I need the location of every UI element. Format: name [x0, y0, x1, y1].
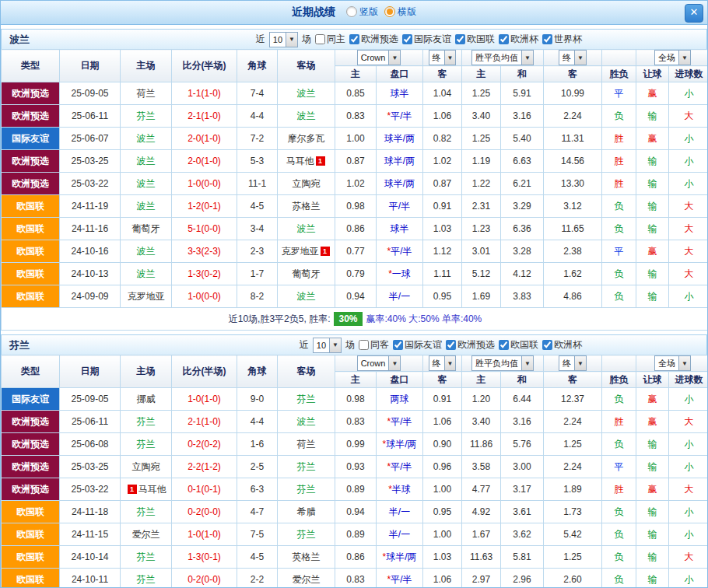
- home-odds: 0.89: [335, 523, 377, 546]
- summary-stats: 赢率:40% 大:50% 单率:40%: [366, 313, 482, 324]
- competition-checkbox-2[interactable]: 欧国联: [455, 33, 495, 46]
- same-venue-checkbox[interactable]: 同主: [315, 33, 345, 46]
- chevron-down-icon: ▼: [286, 33, 297, 47]
- competition-checkbox-2-input[interactable]: [455, 34, 465, 44]
- result: 负: [602, 546, 636, 569]
- competition-type: 欧洲预选: [2, 411, 60, 433]
- bookmaker-select[interactable]: Crown▼: [357, 355, 401, 371]
- recent-label: 近: [300, 338, 309, 352]
- odds-stage-select-cell: 终▼: [423, 50, 462, 66]
- odds-stage-select[interactable]: 终▼: [429, 50, 457, 65]
- match-row: 欧国联24-10-16波兰3-3(2-3)2-3克罗地亚10.77*平/半1.1…: [2, 240, 708, 263]
- radio-horizontal-layout[interactable]: 横版: [384, 5, 416, 19]
- competition-checkbox-4[interactable]: 世界杯: [542, 33, 582, 46]
- result: 负: [602, 569, 636, 588]
- match-date: 25-03-22: [60, 173, 121, 195]
- goals-result: 大: [669, 478, 708, 501]
- games-label: 场: [302, 33, 311, 46]
- match-date: 24-11-16: [60, 218, 121, 240]
- competition-checkbox-3-input[interactable]: [542, 340, 552, 350]
- competition-type: 欧国联: [2, 285, 60, 308]
- handicap: 球半: [377, 218, 423, 240]
- radio-vertical-layout[interactable]: 竖版: [346, 5, 378, 19]
- avg-type-select[interactable]: 胜平负均值▼: [471, 50, 534, 65]
- close-button[interactable]: ✕: [685, 4, 703, 23]
- handicap-result: 输: [636, 218, 669, 240]
- team-header: 波兰近10▼场同主欧洲预选国际友谊欧国联欧洲杯世界杯: [1, 29, 707, 49]
- score: 3-3(2-3): [172, 240, 237, 263]
- competition-type: 欧国联: [2, 546, 60, 569]
- recent-count-select[interactable]: 10▼: [269, 32, 298, 47]
- competition-checkbox-1-input[interactable]: [402, 34, 412, 44]
- odds-stage-select[interactable]: 终▼: [429, 355, 457, 371]
- scope-select[interactable]: 全场▼: [654, 50, 691, 65]
- avg-home: 1.69: [462, 285, 501, 308]
- handicap-result: 输: [636, 546, 669, 569]
- avg-stage-select[interactable]: 终▼: [559, 50, 587, 65]
- column-header: 主场: [121, 50, 172, 82]
- column-header: 客: [544, 66, 602, 82]
- scope-select[interactable]: 全场▼: [654, 355, 691, 371]
- avg-away: 10.99: [544, 82, 602, 105]
- result: 胜: [602, 150, 636, 173]
- column-header: 进球数: [669, 372, 708, 388]
- avg-home: 2.97: [462, 569, 501, 588]
- away-team: 芬兰: [278, 478, 335, 501]
- competition-checkbox-2-input[interactable]: [499, 340, 509, 350]
- recent-count-select[interactable]: 10▼: [313, 338, 342, 353]
- competition-checkbox-1[interactable]: 国际友谊: [402, 33, 451, 46]
- same-venue-checkbox-input[interactable]: [359, 340, 369, 350]
- away-odds: 0.87: [423, 173, 462, 195]
- result: 负: [602, 195, 636, 218]
- competition-checkbox-1[interactable]: 欧洲预选: [446, 338, 495, 352]
- competition-checkbox-4-input[interactable]: [542, 34, 552, 44]
- away-team: 芬兰: [278, 523, 335, 546]
- bookmaker-select-cell: Crown▼: [335, 50, 423, 66]
- home-team: 挪威: [121, 388, 172, 411]
- competition-checkbox-3[interactable]: 欧洲杯: [542, 338, 582, 352]
- competition-checkbox-1-input[interactable]: [446, 340, 456, 350]
- corner-score: 4-5: [237, 195, 278, 218]
- avg-home: 2.31: [462, 195, 501, 218]
- competition-checkbox-0[interactable]: 国际友谊: [393, 338, 442, 352]
- handicap-result: 输: [636, 195, 669, 218]
- score: 1-2(0-1): [172, 195, 237, 218]
- handicap: *球半/两: [377, 433, 423, 456]
- results-table: 类型日期主场比分(半场)角球客场Crown▼终▼胜平负均值▼终▼全场▼主盘口客主…: [1, 49, 708, 331]
- match-row: 欧洲预选25-06-11芬兰2-1(1-0)4-4波兰0.83*平/半1.063…: [2, 411, 708, 433]
- column-header: 客场: [278, 355, 335, 388]
- handicap-result: 赢: [636, 388, 669, 411]
- summary-text: 近10场,胜3平2负5, 胜率:: [229, 313, 331, 324]
- competition-checkbox-0-input[interactable]: [393, 340, 403, 350]
- away-odds: 1.12: [423, 240, 462, 263]
- red-card-badge: 1: [321, 247, 330, 256]
- competition-checkbox-3[interactable]: 欧洲杯: [499, 33, 538, 46]
- bookmaker-select[interactable]: Crown▼: [357, 50, 401, 65]
- match-row: 欧国联24-11-16葡萄牙5-1(0-0)3-4波兰0.86球半1.031.2…: [2, 218, 708, 240]
- match-row: 国际友谊25-06-07波兰2-0(1-0)7-2摩尔多瓦1.00球半/两0.8…: [2, 128, 708, 150]
- avg-type-select[interactable]: 胜平负均值▼: [471, 355, 534, 371]
- handicap: *平/半: [377, 569, 423, 588]
- same-venue-checkbox-input[interactable]: [315, 34, 325, 44]
- avg-draw: 3.00: [501, 456, 544, 478]
- competition-checkbox-0[interactable]: 欧洲预选: [349, 33, 398, 46]
- goals-result: 小: [669, 128, 708, 150]
- section-finland: 芬兰近10▼场同客国际友谊欧洲预选欧国联欧洲杯类型日期主场比分(半场)角球客场C…: [1, 334, 707, 588]
- avg-away: 1.62: [544, 263, 602, 285]
- away-odds: 0.95: [423, 285, 462, 308]
- goals-result: 大: [669, 195, 708, 218]
- home-team: 立陶宛: [121, 456, 172, 478]
- handicap: 半/一: [377, 523, 423, 546]
- match-date: 24-10-14: [60, 546, 121, 569]
- competition-checkbox-2[interactable]: 欧国联: [499, 338, 538, 352]
- avg-away: 1.73: [544, 501, 602, 523]
- chevron-down-icon: ▼: [574, 356, 586, 370]
- avg-draw: 3.62: [501, 523, 544, 546]
- avg-draw: 3.17: [501, 478, 544, 501]
- avg-stage-select[interactable]: 终▼: [559, 355, 587, 371]
- avg-home: 1.22: [462, 173, 501, 195]
- competition-checkbox-3-input[interactable]: [499, 34, 509, 44]
- same-venue-checkbox[interactable]: 同客: [359, 338, 389, 352]
- competition-checkbox-0-input[interactable]: [349, 34, 359, 44]
- corner-score: 7-5: [237, 523, 278, 546]
